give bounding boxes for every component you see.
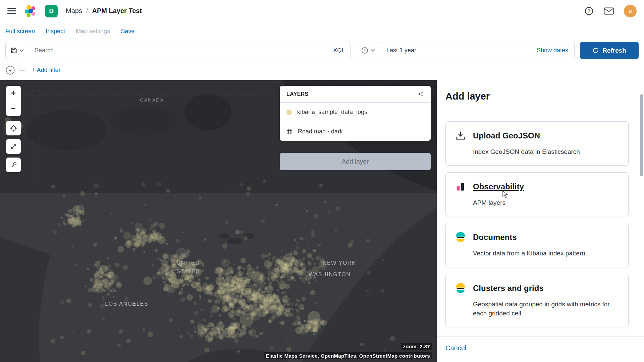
breadcrumb-separator: / bbox=[86, 7, 88, 15]
card-description: Vector data from a Kibana index pattern bbox=[473, 249, 619, 258]
mail-icon[interactable] bbox=[604, 7, 614, 15]
kql-language-toggle[interactable]: KQL bbox=[333, 47, 345, 54]
zoom-out-button[interactable]: − bbox=[6, 101, 21, 116]
observability-icon bbox=[455, 181, 466, 192]
refresh-label: Refresh bbox=[602, 47, 626, 54]
layers-panel-title: LAYERS bbox=[286, 91, 309, 97]
cancel-button[interactable]: Cancel bbox=[445, 344, 466, 352]
layers-panel-header: LAYERS bbox=[280, 86, 431, 103]
layer-row-road-map-dark[interactable]: Road map - dark bbox=[280, 122, 431, 141]
save-button[interactable]: Save bbox=[121, 28, 135, 35]
expand-icon bbox=[10, 143, 17, 150]
search-input[interactable] bbox=[29, 42, 350, 59]
date-picker: Last 1 year Show dates bbox=[356, 42, 575, 59]
clock-icon bbox=[361, 47, 368, 54]
layer-source-cards: Upload GeoJSON Index GeoJSON data in Ela… bbox=[437, 120, 644, 327]
mouse-cursor-icon bbox=[502, 191, 509, 198]
time-menu-button[interactable] bbox=[356, 42, 380, 59]
attribution-text: Elastic Maps Service, OpenMapTiles, Open… bbox=[264, 352, 432, 359]
header-actions: ? e bbox=[574, 0, 637, 22]
card-upload-geojson[interactable]: Upload GeoJSON Index GeoJSON data in Ela… bbox=[445, 121, 629, 166]
crosshair-icon bbox=[10, 125, 17, 132]
map-label: LOS ANGELES bbox=[105, 301, 148, 307]
card-title: Clusters and grids bbox=[473, 284, 544, 293]
saved-query-menu-button[interactable] bbox=[5, 42, 29, 59]
map-attribution-area: zoom: 2.87 Elastic Maps Service, OpenMap… bbox=[264, 343, 432, 359]
zoom-controls: + − bbox=[6, 86, 21, 116]
flyout-footer: Cancel bbox=[437, 337, 644, 362]
space-badge[interactable]: D bbox=[45, 5, 58, 17]
time-range-value[interactable]: Last 1 year bbox=[380, 47, 416, 54]
page-title: APM Layer Test bbox=[92, 7, 142, 15]
clusters-icon bbox=[455, 283, 466, 294]
breadcrumb-section[interactable]: Maps bbox=[66, 7, 82, 15]
top-nav-menu: Full screen Inspect Map settings Save bbox=[0, 22, 644, 41]
grid-icon bbox=[286, 128, 292, 134]
search-group: KQL bbox=[5, 42, 351, 59]
filter-divider bbox=[19, 70, 25, 71]
user-avatar[interactable]: e bbox=[624, 5, 637, 17]
layer-name: kibana_sample_data_logs bbox=[297, 109, 367, 116]
map-label: WASHINGTON bbox=[309, 272, 351, 278]
add-filter-button[interactable]: + Add filter bbox=[32, 67, 61, 74]
map-container[interactable]: CANADAUNITED STATESNEW YORKWASHINGTONLOS… bbox=[0, 80, 437, 362]
full-screen-button[interactable]: Full screen bbox=[5, 28, 35, 35]
filter-set-icon[interactable] bbox=[5, 65, 15, 75]
zoom-indicator: zoom: 2.87 bbox=[401, 343, 432, 350]
query-bar: KQL Last 1 year Show dates Refresh bbox=[0, 41, 644, 60]
import-icon bbox=[455, 130, 466, 141]
layer-name: Road map - dark bbox=[298, 128, 343, 135]
dot-icon bbox=[286, 110, 292, 115]
draw-tools-button[interactable] bbox=[6, 158, 21, 172]
add-layer-flyout: Add layer Upload GeoJSON Index GeoJSON d… bbox=[437, 80, 644, 362]
flyout-scrollbar[interactable] bbox=[640, 94, 643, 176]
map-label: UNITED STATES bbox=[170, 259, 207, 276]
map-label: NEW YORK bbox=[323, 260, 356, 266]
inspect-button[interactable]: Inspect bbox=[46, 28, 65, 35]
flyout-title: Add layer bbox=[445, 91, 644, 102]
menu-icon[interactable] bbox=[7, 8, 16, 14]
card-description: Index GeoJSON data in Elasticsearch bbox=[473, 147, 619, 157]
collapse-layers-icon[interactable] bbox=[418, 91, 424, 97]
svg-text:?: ? bbox=[588, 8, 591, 14]
card-documents[interactable]: Documents Vector data from a Kibana inde… bbox=[445, 223, 629, 267]
top-bar: D Maps / APM Layer Test ? e bbox=[0, 0, 644, 22]
add-layer-button-disabled[interactable]: Add layer bbox=[280, 153, 431, 170]
documents-icon bbox=[455, 232, 466, 243]
main-content: CANADAUNITED STATESNEW YORKWASHINGTONLOS… bbox=[0, 80, 644, 362]
refresh-icon bbox=[592, 47, 599, 54]
help-icon[interactable]: ? bbox=[584, 6, 594, 16]
card-title: Observability bbox=[473, 182, 524, 191]
card-observability[interactable]: Observability APM layers bbox=[445, 172, 629, 217]
elastic-logo-icon[interactable] bbox=[24, 5, 37, 17]
zoom-in-button[interactable]: + bbox=[6, 86, 21, 101]
set-view-button[interactable] bbox=[6, 121, 21, 135]
layers-panel: LAYERS kibana_sample_data_logs Road m bbox=[280, 86, 431, 170]
card-clusters-and-grids[interactable]: Clusters and grids Geospatial data group… bbox=[445, 274, 629, 327]
map-label: CANADA bbox=[140, 97, 164, 103]
draw-tools-icon bbox=[10, 162, 17, 168]
card-title: Documents bbox=[473, 233, 517, 242]
search-box: KQL bbox=[29, 42, 351, 59]
save-icon bbox=[11, 47, 17, 54]
map-settings-button[interactable]: Map settings bbox=[76, 28, 110, 35]
fit-to-data-button[interactable] bbox=[6, 139, 21, 154]
chevron-down-icon bbox=[19, 49, 24, 52]
kibana-app: D Maps / APM Layer Test ? e Full screen … bbox=[0, 0, 644, 362]
card-description: Geospatial data grouped in grids with me… bbox=[473, 300, 619, 318]
chevron-down-icon bbox=[371, 49, 375, 52]
filter-bar: + Add filter bbox=[0, 60, 644, 80]
layer-row-kibana-sample-data-logs[interactable]: kibana_sample_data_logs bbox=[280, 103, 431, 122]
breadcrumb: Maps / APM Layer Test bbox=[66, 7, 142, 15]
refresh-button[interactable]: Refresh bbox=[580, 42, 639, 59]
show-dates-button[interactable]: Show dates bbox=[537, 47, 574, 54]
card-description: APM layers bbox=[473, 198, 619, 207]
card-title: Upload GeoJSON bbox=[473, 131, 540, 140]
